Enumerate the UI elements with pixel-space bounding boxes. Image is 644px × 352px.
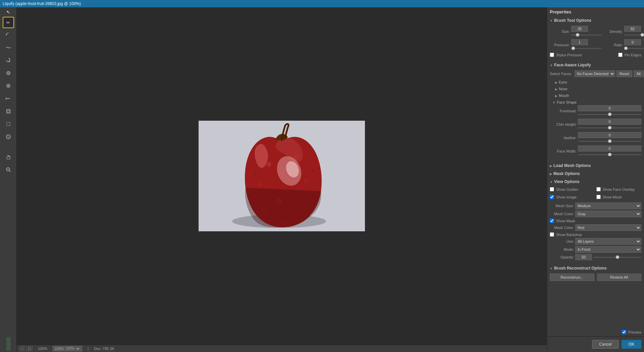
pin-edges-label: Pin Edges: [625, 53, 641, 57]
select-faces-dropdown[interactable]: No Faces Detected: [575, 70, 615, 77]
load-mesh-header[interactable]: Load Mesh Options: [547, 162, 644, 170]
freeze-bar: [6, 337, 10, 351]
rate-input[interactable]: [624, 39, 641, 45]
jawline-input[interactable]: [578, 132, 641, 138]
opacity-slider[interactable]: [593, 255, 641, 259]
tool-pucker[interactable]: [2, 67, 14, 79]
pin-edges-checkbox[interactable]: [618, 53, 623, 57]
show-mask-checkbox[interactable]: [550, 219, 554, 223]
stylus-pressure-label: Stylus Pressure: [556, 53, 582, 57]
nose-header[interactable]: Nose: [550, 86, 641, 92]
brush-reconstruct-header[interactable]: Brush Reconstruct Options: [547, 264, 644, 272]
show-backdrop-checkbox[interactable]: [550, 232, 554, 237]
use-select[interactable]: All Layers Background Layer 0: [575, 238, 641, 245]
face-shape-header[interactable]: Face Shape: [550, 99, 641, 105]
show-mesh-checkbox[interactable]: [596, 195, 601, 199]
jawline-slider[interactable]: [578, 139, 641, 143]
mask-color-select[interactable]: Red Green Blue White Black: [575, 224, 641, 231]
reconstruct-btn[interactable]: Reconstruct...: [550, 274, 594, 281]
svg-rect-6: [7, 110, 10, 113]
brush-reconstruct-content: Reconstruct... Restore All: [547, 272, 644, 284]
pressure-rate-row: Pressure: Rate:: [550, 39, 641, 51]
rate-label: Rate:: [603, 43, 623, 47]
brush-options-chevron: [550, 18, 553, 23]
face-width-row: Face Width:: [550, 145, 641, 157]
zoom-input[interactable]: 100% 100%: [53, 346, 82, 351]
canvas-wrapper: [17, 7, 547, 345]
pressure-slider[interactable]: [571, 46, 601, 51]
mouth-header[interactable]: Mouth: [550, 93, 641, 99]
show-face-overlay-checkbox[interactable]: [596, 187, 601, 191]
mesh-color-label: Mesh Color:: [550, 212, 574, 216]
eyes-header[interactable]: Eyes: [550, 79, 641, 85]
tool-twirl[interactable]: [2, 54, 14, 66]
nose-label: Nose: [559, 87, 568, 91]
density-slider[interactable]: [624, 33, 644, 37]
svg-point-22: [260, 183, 262, 186]
size-slider[interactable]: [571, 33, 601, 37]
preview-label: Preview: [628, 330, 641, 334]
view-options-header[interactable]: View Options: [547, 178, 644, 186]
svg-point-28: [285, 217, 287, 219]
size-input[interactable]: [571, 26, 588, 32]
select-faces-row: Select Faces: No Faces Detected Reset Al…: [550, 70, 641, 77]
pressure-input[interactable]: [571, 39, 588, 45]
tool-thaw-mask[interactable]: [2, 118, 14, 130]
mouth-chevron: [555, 94, 557, 98]
face-aware-header[interactable]: Face-Aware Liquify: [547, 61, 644, 69]
forehead-slider[interactable]: [578, 112, 641, 117]
tool-forward-warp[interactable]: ✏: [3, 17, 14, 28]
ok-button[interactable]: OK: [622, 340, 641, 349]
face-width-slider[interactable]: [578, 152, 641, 157]
show-image-row: Show Image: [550, 195, 595, 199]
show-mask-checkbox-row: Show Mask: [550, 219, 641, 223]
main-layout: ↖ ✏: [0, 7, 644, 352]
tool-smooth[interactable]: [2, 42, 14, 54]
fit-screen-btn[interactable]: □: [19, 346, 25, 351]
zoom-dropdown[interactable]: 100%: [64, 345, 80, 352]
view-options-label: View Options: [554, 179, 580, 184]
tool-zoom[interactable]: [2, 164, 14, 176]
mode-select[interactable]: In Front Behind Blend: [575, 246, 641, 253]
apple-image: [199, 121, 365, 231]
face-aware-chevron: [550, 63, 553, 67]
svg-point-19: [267, 162, 271, 167]
actual-size-btn[interactable]: ▢: [26, 346, 33, 351]
density-input[interactable]: [624, 26, 641, 32]
show-image-checkbox[interactable]: [550, 195, 554, 199]
forehead-row: Forehead:: [550, 105, 641, 117]
svg-point-26: [312, 170, 314, 172]
rate-slider[interactable]: [624, 46, 644, 51]
svg-point-21: [305, 179, 307, 183]
face-shape-label: Face Shape: [557, 100, 577, 104]
all-btn[interactable]: All: [634, 70, 644, 77]
mask-options-header[interactable]: Mask Options: [547, 170, 644, 178]
mesh-color-select[interactable]: Gray Red Green Blue White Black: [575, 211, 641, 217]
preview-row: Preview: [547, 328, 644, 336]
view-options-content: Show Guides Show Face Overlay Show Image…: [547, 186, 644, 264]
show-guides-checkbox[interactable]: [550, 187, 554, 191]
forehead-input[interactable]: [578, 105, 641, 111]
brush-reconstruct-chevron: [550, 266, 553, 271]
stylus-pressure-checkbox[interactable]: [550, 53, 554, 57]
preview-checkbox[interactable]: [622, 330, 626, 334]
mesh-size-select[interactable]: Medium Small Large: [575, 202, 641, 209]
tool-push-left[interactable]: [2, 93, 14, 105]
brush-tool-options-header[interactable]: Brush Tool Options: [547, 16, 644, 24]
opacity-input[interactable]: [575, 254, 592, 260]
restore-all-btn[interactable]: Restore All: [597, 274, 642, 281]
chin-height-slider[interactable]: [578, 125, 641, 130]
svg-rect-7: [7, 122, 10, 126]
face-width-input[interactable]: [578, 145, 641, 152]
properties-title: Properties: [547, 7, 644, 16]
chin-height-input[interactable]: [578, 119, 641, 125]
reset-btn[interactable]: Reset: [616, 70, 632, 77]
tool-reconstruct[interactable]: [2, 29, 14, 41]
cursor-indicator: ↖: [0, 9, 16, 15]
doc-size: Doc: 795.3K: [94, 347, 114, 351]
tool-bloat[interactable]: [2, 80, 14, 92]
cancel-button[interactable]: Cancel: [592, 340, 619, 349]
tool-hand[interactable]: [2, 151, 14, 163]
tool-freeze-mask[interactable]: [2, 105, 14, 117]
tool-face[interactable]: [2, 131, 14, 143]
